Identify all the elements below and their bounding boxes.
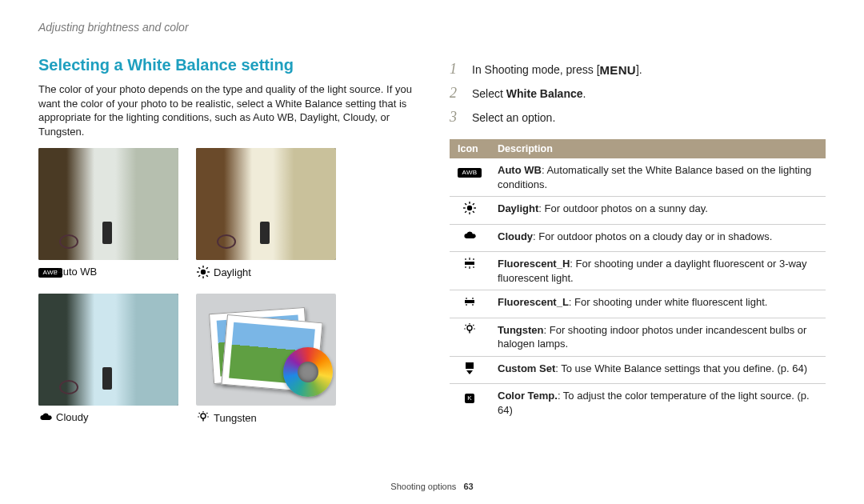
row-description: Auto WB: Automatically set the White Bal… [490, 158, 826, 197]
sun-icon [460, 202, 479, 214]
table-row: Cloudy: For outdoor photos on a cloudy d… [450, 224, 826, 252]
fluol-icon [460, 296, 479, 307]
thumb-image [38, 148, 178, 260]
menu-badge: MENU [600, 62, 636, 80]
table-row: Fluorescent_L: For shooting under white … [450, 290, 826, 318]
step-number: 1 [450, 58, 462, 80]
row-description: Fluorescent_H: For shooting under a dayl… [490, 252, 826, 290]
cloud-icon [38, 410, 51, 423]
table-row: Custom Set: To use White Balance setting… [450, 356, 826, 384]
fluoh-icon [460, 258, 479, 269]
page-footer: Shooting options 63 [0, 482, 864, 491]
table-row: Daylight: For outdoor photos on a sunny … [450, 197, 826, 225]
intro-text: The color of your photo depends on the t… [38, 82, 422, 138]
thumb-image [38, 294, 178, 406]
step-1: 1 In Shooting mode, press [MENU]. [450, 58, 826, 80]
bulb-icon [460, 324, 479, 335]
row-description: Fluorescent_L: For shooting under white … [490, 290, 826, 318]
step-number: 3 [450, 106, 462, 128]
thumb-label: Tungsten [214, 412, 257, 424]
thumb-tungsten: Tungsten [196, 294, 336, 425]
k-icon: K [465, 394, 474, 403]
thumb-image [196, 148, 336, 260]
section-heading: Selecting a White Balance setting [38, 56, 422, 74]
footer-section: Shooting options [390, 482, 456, 491]
sun-icon [196, 265, 209, 279]
row-description: Custom Set: To use White Balance setting… [490, 356, 826, 384]
footer-page: 63 [463, 482, 473, 491]
thumb-label: Daylight [214, 266, 251, 278]
thumb-daylight: Daylight [196, 148, 336, 279]
awb-icon: AWB [458, 168, 482, 178]
cloud-icon [460, 230, 479, 242]
thumb-label: Auto WB [56, 266, 97, 278]
thumb-label: Cloudy [56, 411, 88, 423]
thumb-auto-wb: AWBAuto WB [38, 148, 178, 279]
bulb-icon [196, 410, 209, 425]
row-description: Cloudy: For outdoor photos on a cloudy d… [490, 224, 826, 252]
row-description: Daylight: For outdoor photos on a sunny … [490, 197, 826, 225]
step-2: 2 Select White Balance. [450, 82, 826, 104]
col-description: Description [490, 139, 826, 158]
thumb-image [196, 294, 336, 406]
steps-list: 1 In Shooting mode, press [MENU]. 2 Sele… [450, 58, 826, 128]
awb-icon: AWB [38, 265, 51, 278]
thumb-cloudy: Cloudy [38, 294, 178, 425]
breadcrumb: Adjusting brightness and color [38, 21, 826, 34]
custom-icon [460, 362, 479, 374]
wb-options-table: Icon Description AWBAuto WB: Automatical… [450, 139, 826, 422]
row-description: Tungsten: For shooting indoor photos und… [490, 318, 826, 356]
table-row: Fluorescent_H: For shooting under a dayl… [450, 252, 826, 290]
col-icon: Icon [450, 139, 490, 158]
table-row: Tungsten: For shooting indoor photos und… [450, 318, 826, 356]
table-row: AWBAuto WB: Automatically set the White … [450, 158, 826, 197]
wb-thumbnails: AWBAuto WB Daylight Cloudy Tungsten [38, 148, 422, 425]
step-3: 3 Select an option. [450, 106, 826, 128]
step-number: 2 [450, 82, 462, 104]
table-row: KColor Temp.: To adjust the color temper… [450, 384, 826, 422]
row-description: Color Temp.: To adjust the color tempera… [490, 384, 826, 422]
